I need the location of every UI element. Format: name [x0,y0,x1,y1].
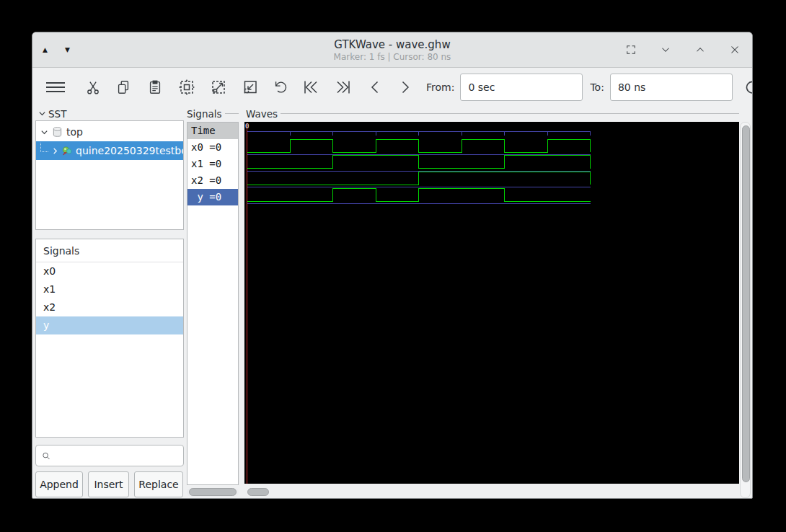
chevron-left-icon [367,79,383,96]
sst-tree: top quine20250329testbench [35,120,184,230]
names-hscrollbar-thumb[interactable] [189,488,237,496]
maximize-button[interactable] [624,43,638,57]
replace-button[interactable]: Replace [134,471,183,497]
tree-guide [40,143,48,152]
name-row-x1[interactable]: x1 =0 [187,156,238,172]
next-edge-button[interactable] [390,76,420,98]
toolbar: From: To: [32,68,752,107]
frame-line [225,113,239,114]
chevron-down-icon [659,43,672,56]
expander-down-icon[interactable] [40,128,48,136]
append-button[interactable]: Append [35,471,83,497]
undo-button[interactable] [266,76,295,98]
tree-item-testbench[interactable]: quine20250329testbench [36,141,183,160]
waves-vscrollbar[interactable] [740,122,751,498]
close-button[interactable] [728,43,742,57]
waves-hscrollbar-thumb[interactable] [247,488,269,496]
reload-icon [743,78,753,97]
zoom-in-button[interactable] [234,76,266,98]
close-icon [728,43,741,56]
window-title: GTKWave - wave.ghw [334,38,450,51]
desktop: { "titlebar": { "title": "GTKWave - wave… [0,0,786,532]
shade-down-icon[interactable]: ▼ [65,47,70,53]
collapse-icon[interactable] [38,110,46,118]
signal-list-item-x1[interactable]: x1 [36,280,183,298]
menu-button[interactable] [41,76,70,98]
signal-list-item-x0[interactable]: x0 [36,262,183,280]
minimize-button[interactable] [658,43,673,57]
testbench-icon [62,145,72,157]
menu-icon [45,79,66,96]
paste-icon [147,79,163,95]
shade-up-icon[interactable]: ▲ [43,47,48,53]
search-icon [42,451,50,461]
signal-list-item-x2[interactable]: x2 [36,298,183,316]
signal-list-item-y[interactable]: y [36,316,183,334]
undo-icon [273,79,288,95]
tree-item-label: top [66,126,83,138]
insert-button[interactable]: Insert [88,471,129,497]
chevron-up-icon [694,43,707,56]
skip-to-end-icon [334,79,353,96]
gtkwave-window: ▲ ▼ GTKWave - wave.ghw Marker: 1 fs | Cu… [32,32,753,499]
signal-list-header: Signals [36,239,183,262]
expander-right-icon[interactable] [52,147,58,155]
zoom-out-full-icon [210,79,227,96]
marker-cursor-status: Marker: 1 fs | Cursor: 80 ns [334,52,451,62]
maximize-icon [624,43,637,56]
sst-header: SST [38,108,81,119]
name-row-x0[interactable]: x0 =0 [187,139,238,156]
waves-hscrollbar[interactable] [244,488,739,497]
to-label: To: [590,81,604,93]
from-label: From: [426,81,454,93]
copy-icon [115,79,131,95]
skip-to-start-button[interactable] [295,76,327,98]
zoom-fit-button[interactable] [171,76,203,98]
waveforms: 0 [244,122,739,484]
tree-item-top[interactable]: top [36,123,183,141]
search-input[interactable] [55,446,183,465]
titlebar[interactable]: ▲ ▼ GTKWave - wave.ghw Marker: 1 fs | Cu… [32,32,752,68]
names-hscrollbar[interactable] [187,488,239,497]
restore-button[interactable] [693,43,707,57]
zoom-fit-icon [178,79,195,96]
names-panel: Time x0 =0 x1 =0 x2 =0 y =0 [187,122,239,485]
prev-edge-button[interactable] [360,76,390,98]
from-input[interactable] [460,74,583,101]
time-header: Time [187,123,238,139]
copy-button[interactable] [107,76,139,98]
cut-button[interactable] [79,76,107,98]
wave-canvas[interactable]: 0 [244,122,739,484]
waves-header: Waves [246,108,739,119]
to-input[interactable] [610,74,733,101]
signal-list-panel: Signals x0 x1 x2 y [35,239,184,438]
zoom-in-icon [242,79,259,96]
waves-vscrollbar-thumb[interactable] [742,125,750,482]
chevron-right-icon [397,79,413,96]
search-box [35,445,184,466]
name-row-y[interactable]: y =0 [187,189,238,205]
zoom-out-full-button[interactable] [203,76,234,98]
skip-to-end-button[interactable] [327,76,360,98]
module-icon [52,126,63,138]
action-buttons: Append Insert Replace [35,471,183,497]
names-header: Signals [187,108,239,119]
reload-button[interactable] [737,76,753,98]
tree-item-label: quine20250329testbench [76,145,183,156]
skip-to-start-icon [301,79,320,96]
paste-button[interactable] [139,76,171,98]
cut-icon [85,79,101,95]
frame-line [281,113,739,114]
name-row-x2[interactable]: x2 =0 [187,172,238,189]
